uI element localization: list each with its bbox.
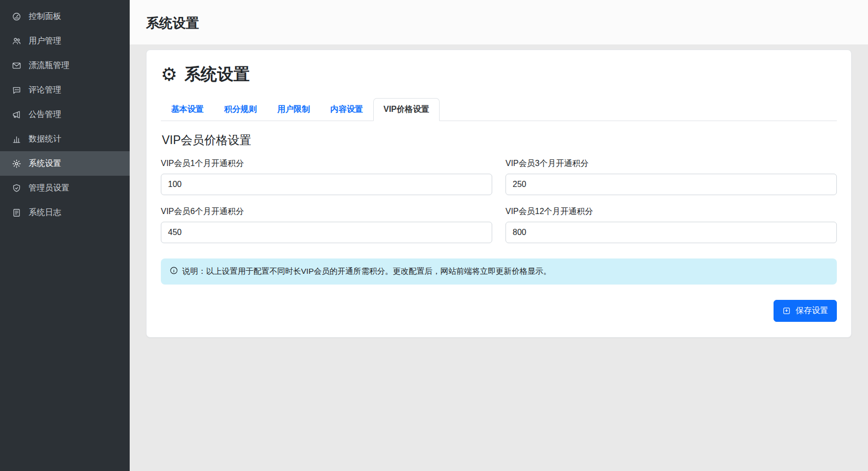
settings-card: ⚙ 系统设置 基本设置 积分规则 用户限制 内容设置 VIP价格设置 VIP会员… xyxy=(146,50,852,338)
tab-vip-price-settings[interactable]: VIP价格设置 xyxy=(373,98,440,121)
sidebar-item-label: 公告管理 xyxy=(29,109,61,120)
vip-1-month-input[interactable] xyxy=(161,174,492,195)
field-vip-12-month: VIP会员12个月开通积分 xyxy=(505,206,837,243)
page-title: 系统设置 xyxy=(146,14,852,32)
sidebar-item-system-settings[interactable]: 系统设置 xyxy=(0,151,130,176)
tab-points-rules[interactable]: 积分规则 xyxy=(214,98,267,121)
sidebar-item-label: 控制面板 xyxy=(29,11,61,22)
sidebar-item-system-log[interactable]: 系统日志 xyxy=(0,200,130,225)
sidebar-item-dashboard[interactable]: 控制面板 xyxy=(0,4,130,29)
gear-icon: ⚙ xyxy=(161,65,177,84)
sidebar-item-comments[interactable]: 评论管理 xyxy=(0,78,130,102)
sidebar-item-label: 用户管理 xyxy=(29,36,61,46)
field-vip-6-month: VIP会员6个月开通积分 xyxy=(161,206,492,243)
journal-icon xyxy=(11,207,21,218)
sidebar-item-label: 评论管理 xyxy=(29,85,61,96)
envelope-icon xyxy=(11,60,21,70)
field-label: VIP会员1个月开通积分 xyxy=(161,158,492,169)
save-icon xyxy=(782,307,791,315)
field-label: VIP会员6个月开通积分 xyxy=(161,206,492,217)
card-header: ⚙ 系统设置 xyxy=(161,63,837,86)
card-title: 系统设置 xyxy=(184,63,250,86)
sidebar-item-label: 数据统计 xyxy=(29,134,61,145)
sidebar-item-label: 系统日志 xyxy=(29,207,61,218)
content-area: ⚙ 系统设置 基本设置 积分规则 用户限制 内容设置 VIP价格设置 VIP会员… xyxy=(130,44,868,471)
gear-icon xyxy=(11,158,21,169)
info-alert: 说明：以上设置用于配置不同时长VIP会员的开通所需积分。更改配置后，网站前端将立… xyxy=(161,258,837,285)
save-button-label: 保存设置 xyxy=(795,305,828,316)
users-icon xyxy=(11,36,21,46)
vip-price-form: VIP会员1个月开通积分 VIP会员3个月开通积分 VIP会员6个月开通积分 V… xyxy=(161,158,837,243)
sidebar-item-label: 管理员设置 xyxy=(29,183,69,194)
info-alert-text: 说明：以上设置用于配置不同时长VIP会员的开通所需积分。更改配置后，网站前端将立… xyxy=(182,266,551,277)
comment-icon xyxy=(11,85,21,95)
settings-tabs: 基本设置 积分规则 用户限制 内容设置 VIP价格设置 xyxy=(161,98,837,121)
vip-6-month-input[interactable] xyxy=(161,222,492,243)
section-title: VIP会员价格设置 xyxy=(162,132,837,148)
chart-icon xyxy=(11,134,21,144)
vip-12-month-input[interactable] xyxy=(505,222,837,243)
sidebar-item-admin-settings[interactable]: 管理员设置 xyxy=(0,176,130,200)
tab-user-limits[interactable]: 用户限制 xyxy=(267,98,320,121)
card-actions: 保存设置 xyxy=(161,300,837,322)
field-vip-1-month: VIP会员1个月开通积分 xyxy=(161,158,492,195)
sidebar-item-label: 系统设置 xyxy=(29,158,61,169)
info-icon xyxy=(170,266,178,277)
shield-icon xyxy=(11,183,21,193)
sidebar-item-statistics[interactable]: 数据统计 xyxy=(0,127,130,151)
main-area: 系统设置 ⚙ 系统设置 基本设置 积分规则 用户限制 内容设置 VIP价格设置 … xyxy=(130,0,868,471)
field-label: VIP会员3个月开通积分 xyxy=(505,158,837,169)
sidebar-item-announcements[interactable]: 公告管理 xyxy=(0,102,130,127)
sidebar-item-bottles[interactable]: 漂流瓶管理 xyxy=(0,53,130,78)
vip-3-month-input[interactable] xyxy=(505,174,837,195)
sidebar-item-users[interactable]: 用户管理 xyxy=(0,29,130,53)
tab-content-settings[interactable]: 内容设置 xyxy=(320,98,373,121)
field-vip-3-month: VIP会员3个月开通积分 xyxy=(505,158,837,195)
topbar: 系统设置 xyxy=(130,0,868,44)
sidebar-item-label: 漂流瓶管理 xyxy=(29,60,69,71)
tab-basic-settings[interactable]: 基本设置 xyxy=(161,98,214,121)
dashboard-icon xyxy=(11,11,21,21)
field-label: VIP会员12个月开通积分 xyxy=(505,206,837,217)
save-settings-button[interactable]: 保存设置 xyxy=(774,300,837,322)
megaphone-icon xyxy=(11,109,21,120)
sidebar: 控制面板 用户管理 漂流瓶管理 评论管理 公告管理 数据统计 系 xyxy=(0,0,130,471)
